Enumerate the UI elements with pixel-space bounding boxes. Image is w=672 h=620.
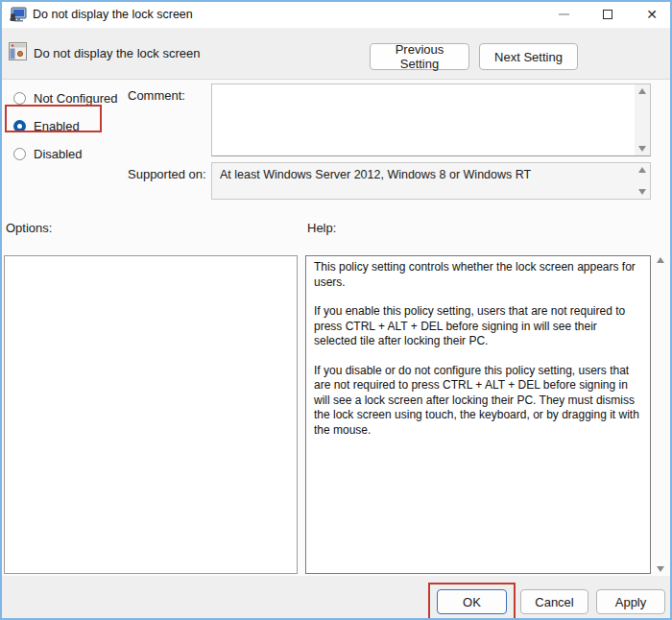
maximize-button[interactable] (593, 2, 622, 27)
radio-circle (13, 92, 26, 105)
close-icon: ✕ (646, 8, 658, 21)
dialog-footer: OK Cancel Apply (2, 576, 670, 618)
radio-circle (13, 148, 26, 160)
radio-label: Enabled (34, 119, 80, 133)
minimize-icon (559, 13, 569, 15)
supported-on-value: At least Windows Server 2012, Windows 8 … (212, 163, 635, 199)
gpedit-app-icon (9, 7, 28, 27)
supported-on-box: At least Windows Server 2012, Windows 8 … (211, 162, 651, 200)
close-button[interactable]: ✕ (637, 2, 666, 27)
scroll-up-icon[interactable] (638, 167, 646, 173)
comment-scrollbar[interactable] (635, 84, 650, 155)
options-label: Options: (6, 221, 52, 235)
help-paragraph: This policy setting controls whether the… (314, 260, 642, 290)
radio-not-configured[interactable]: Not Configured (13, 88, 117, 107)
scroll-up-icon[interactable] (657, 257, 664, 263)
radio-label: Disabled (34, 147, 83, 161)
apply-button[interactable]: Apply (596, 589, 665, 614)
radio-disabled[interactable]: Disabled (13, 144, 83, 163)
previous-setting-button[interactable]: Previous Setting (370, 43, 469, 70)
options-panel (4, 255, 298, 574)
scroll-down-icon[interactable] (657, 566, 664, 572)
scroll-up-icon[interactable] (638, 88, 646, 94)
help-paragraph: If you enable this policy setting, users… (314, 304, 642, 349)
help-paragraph: If you disable or do not configure this … (314, 364, 642, 439)
scroll-down-icon[interactable] (638, 146, 646, 152)
ok-button[interactable]: OK (437, 589, 507, 614)
minimize-button[interactable] (549, 2, 578, 27)
next-setting-button[interactable]: Next Setting (479, 43, 578, 70)
policy-header: Do not display the lock screen Previous … (2, 28, 670, 80)
help-panel[interactable]: This policy setting controls whether the… (305, 255, 651, 574)
dialog-body: Not Configured Enabled Disabled Comment:… (2, 81, 670, 576)
radio-circle (13, 120, 26, 132)
window-title: Do not display the lock screen (33, 8, 193, 21)
help-label: Help: (307, 221, 336, 235)
supported-on-label: Supported on: (128, 167, 206, 181)
scroll-down-icon[interactable] (638, 189, 646, 195)
policy-name: Do not display the lock screen (34, 46, 200, 60)
policy-setting-icon (9, 42, 27, 64)
cancel-button[interactable]: Cancel (520, 589, 588, 614)
maximize-icon (603, 10, 612, 19)
comment-label: Comment: (128, 88, 185, 103)
supported-scrollbar[interactable] (635, 163, 650, 199)
title-bar: Do not display the lock screen ✕ (2, 2, 670, 28)
comment-textarea[interactable] (212, 84, 635, 155)
policy-dialog-window: Do not display the lock screen ✕ Do not … (0, 0, 672, 620)
radio-enabled[interactable]: Enabled (13, 116, 80, 135)
radio-label: Not Configured (34, 91, 117, 106)
comment-box (211, 83, 651, 156)
help-scrollbar[interactable] (653, 255, 668, 574)
